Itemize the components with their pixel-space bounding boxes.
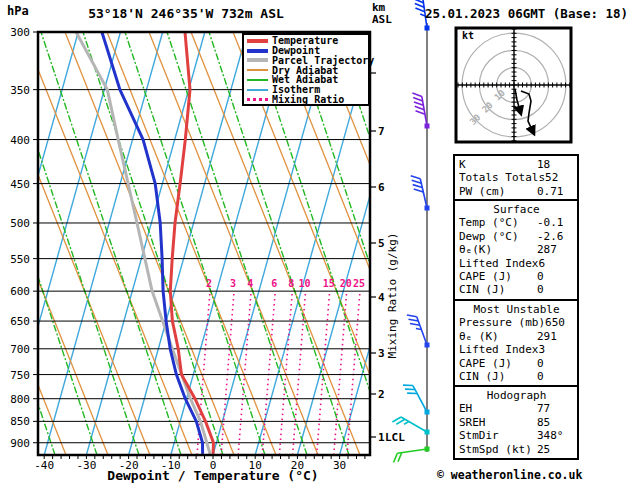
legend-swatch — [247, 69, 268, 71]
table-row-label: Dewp (°C) — [459, 230, 537, 243]
hodograph-unit-label: kt — [462, 30, 474, 41]
table-row-label: StmSpd (kt) — [459, 443, 537, 456]
table-row-label: PW (cm) — [459, 185, 537, 198]
table-section-title: Surface — [459, 203, 574, 216]
table-row-value: 291 — [537, 330, 574, 343]
legend-swatch — [247, 58, 268, 62]
table-row-value: -0.1 — [537, 216, 574, 229]
table-row: Lifted Index3 — [459, 343, 574, 356]
table-section: Most UnstablePressure (mb)650θₑ (K)291Li… — [453, 299, 579, 387]
legend-label: Parcel Trajectory — [272, 56, 374, 66]
legend-swatch — [247, 39, 268, 43]
table-row-label: CAPE (J) — [459, 357, 537, 370]
table-row-label: SREH — [459, 416, 537, 429]
table-row-value: 0 — [537, 283, 574, 296]
legend-swatch — [247, 89, 268, 91]
table-row: Lifted Index6 — [459, 257, 574, 270]
table-row-value: 0 — [537, 357, 574, 370]
table-row-label: Temp (°C) — [459, 216, 537, 229]
mixing-ratio-axis-label: Mixing Ratio (g/kg) — [386, 221, 399, 371]
table-row-label: CIN (J) — [459, 283, 537, 296]
table-row-value: 6 — [538, 257, 575, 270]
table-row-label: Lifted Index — [459, 343, 538, 356]
table-row-value: 52 — [545, 171, 582, 184]
table-row: CAPE (J)0 — [459, 270, 574, 283]
table-row: Dewp (°C)-2.6 — [459, 230, 574, 243]
table-section: HodographEH77SREH85StmDir348°StmSpd (kt)… — [453, 385, 579, 460]
table-row-label: K — [459, 158, 537, 171]
table-row: θₑ(K)287 — [459, 243, 574, 256]
table-row-value: 348° — [537, 429, 574, 442]
table-row-value: 18 — [537, 158, 574, 171]
table-row-value: 77 — [537, 402, 574, 415]
legend-item: Mixing Ratio — [247, 95, 368, 105]
table-section-title: Most Unstable — [459, 303, 574, 316]
credit-text: © weatheronline.co.uk — [437, 468, 579, 482]
table-row-value: -2.6 — [537, 230, 574, 243]
table-row-value: 0.71 — [537, 185, 574, 198]
km-axis-unit-asl: ASL — [372, 14, 392, 26]
legend-swatch — [247, 79, 268, 81]
table-section-title: Hodograph — [459, 389, 574, 402]
legend-item: Parcel Trajectory — [247, 56, 368, 66]
legend-label: Dewpoint — [272, 46, 320, 56]
table-row-value: 287 — [537, 243, 574, 256]
pressure-axis-unit: hPa — [7, 4, 29, 18]
table-row: StmSpd (kt)25 — [459, 443, 574, 456]
table-row-label: θₑ (K) — [459, 330, 537, 343]
table-row: Temp (°C)-0.1 — [459, 216, 574, 229]
table-row: Pressure (mb)650 — [459, 316, 574, 329]
table-row-value: 85 — [537, 416, 574, 429]
table-section: K18Totals Totals52PW (cm)0.71 — [453, 154, 579, 201]
table-row: PW (cm)0.71 — [459, 185, 574, 198]
sounding-chart-app: 2346810152025300350400450500550600650700… — [0, 0, 629, 486]
table-row: SREH85 — [459, 416, 574, 429]
legend-label: Mixing Ratio — [272, 95, 344, 105]
table-row-label: CAPE (J) — [459, 270, 537, 283]
table-row-value: 0 — [537, 270, 574, 283]
table-row-label: θₑ(K) — [459, 243, 537, 256]
date-title: 25.01.2023 06GMT (Base: 18) — [424, 6, 629, 21]
km-axis-unit: km ASL — [372, 2, 392, 26]
legend-swatch — [247, 98, 268, 101]
table-row-label: StmDir — [459, 429, 537, 442]
table-row-value: 25 — [537, 443, 574, 456]
table-row-label: Pressure (mb) — [459, 316, 545, 329]
table-row: CAPE (J)0 — [459, 357, 574, 370]
table-row: θₑ (K)291 — [459, 330, 574, 343]
table-row: Totals Totals52 — [459, 171, 574, 184]
temperature-axis-label: Dewpoint / Temperature (°C) — [68, 468, 358, 483]
table-row: CIN (J)0 — [459, 283, 574, 296]
table-row-value: 3 — [538, 343, 575, 356]
table-row-value: 0 — [537, 370, 574, 383]
table-row-label: Totals Totals — [459, 171, 545, 184]
table-section: SurfaceTemp (°C)-0.1Dewp (°C)-2.6θₑ(K)28… — [453, 199, 579, 301]
legend-swatch — [247, 49, 268, 53]
table-row-label: CIN (J) — [459, 370, 537, 383]
legend: TemperatureDewpointParcel TrajectoryDry … — [242, 33, 370, 106]
table-row: EH77 — [459, 402, 574, 415]
table-row: K18 — [459, 158, 574, 171]
table-row: StmDir348° — [459, 429, 574, 442]
table-row-label: EH — [459, 402, 537, 415]
table-row-label: Lifted Index — [459, 257, 538, 270]
station-title: 53°18'N 246°35'W 732m ASL — [40, 6, 332, 21]
table-row-value: 650 — [545, 316, 582, 329]
table-row: CIN (J)0 — [459, 370, 574, 383]
